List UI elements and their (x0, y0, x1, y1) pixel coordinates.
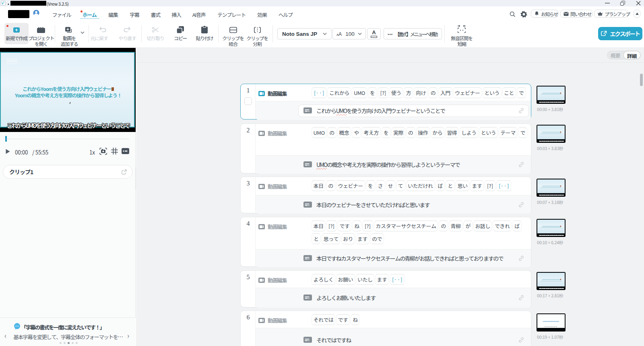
svg-text:A: A (339, 32, 342, 36)
